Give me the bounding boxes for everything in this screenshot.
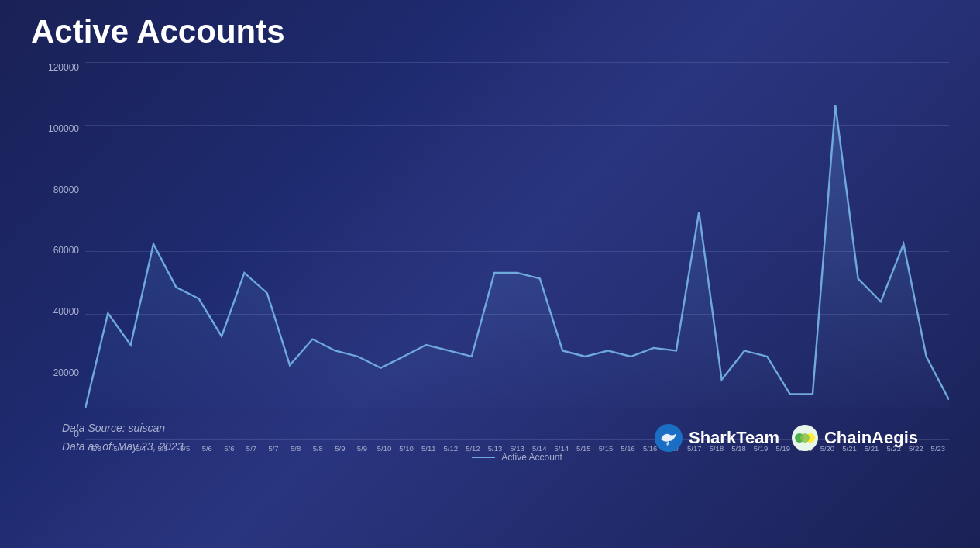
footer-data-source: Data Source: suiscan Data as of: May 23,… (62, 419, 183, 457)
chart-svg (85, 62, 949, 408)
footer: Data Source: suiscan Data as of: May 23,… (31, 405, 949, 470)
y-label-20000: 20000 (53, 367, 79, 378)
chart-plot (85, 62, 949, 439)
shark-icon (655, 424, 683, 452)
y-label-120000: 120000 (48, 62, 79, 73)
y-axis: 120000 100000 80000 60000 40000 20000 0 (31, 62, 85, 439)
y-label-80000: 80000 (53, 184, 79, 195)
chart-area: 120000 100000 80000 60000 40000 20000 0 (31, 62, 949, 470)
y-label-40000: 40000 (53, 306, 79, 317)
chainaegis-icon (792, 425, 818, 451)
page-title: Active Accounts (31, 13, 285, 50)
data-as-of-text: Data as of: May 23, 2023 (62, 438, 183, 457)
y-label-60000: 60000 (53, 245, 79, 256)
y-label-100000: 100000 (48, 123, 79, 134)
sharkteam-text: SharkTeam (689, 428, 779, 448)
footer-divider (717, 405, 717, 470)
footer-logos: SharkTeam ChainAegis (655, 424, 918, 452)
data-source-text: Data Source: suiscan (62, 419, 183, 438)
chainaegis-logo: ChainAegis (792, 425, 918, 451)
svg-point-4 (800, 433, 810, 443)
chainaegis-text: ChainAegis (824, 428, 918, 448)
